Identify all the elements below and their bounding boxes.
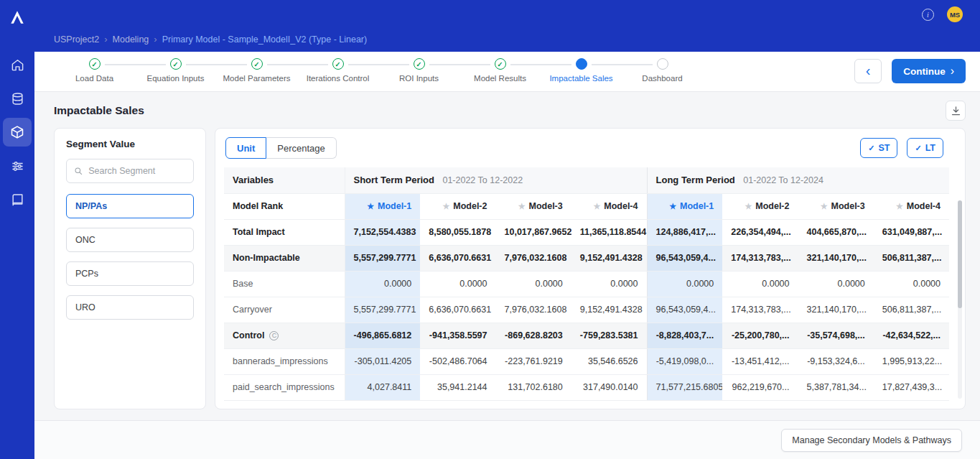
sidebar-item-data[interactable]	[3, 84, 32, 113]
value-cell: -223,761.9219	[496, 348, 571, 374]
sliders-icon	[11, 159, 24, 173]
sidebar-nav	[0, 50, 34, 214]
step-equation-inputs[interactable]: ✓Equation Inputs	[135, 58, 216, 83]
value-cell: 131,702.6180	[496, 374, 571, 400]
value-cell: 0.0000	[798, 271, 874, 297]
step-roi-inputs[interactable]: ✓ROI Inputs	[378, 58, 459, 83]
stepper-steps: ✓Load Data✓Equation Inputs✓Model Paramet…	[54, 52, 980, 83]
row-label: Non-Impactable	[224, 245, 345, 271]
step-iterations-control[interactable]: ✓Iterations Control	[297, 58, 378, 83]
step-state-icon: ✓	[332, 58, 344, 70]
step-label: Dashboard	[642, 74, 682, 83]
model-rank-cell-model-4[interactable]: ★Model-4	[874, 193, 949, 219]
info-icon[interactable]: i	[922, 9, 934, 21]
value-cell: -13,451,412,...	[722, 348, 798, 374]
value-cell: 0.0000	[874, 271, 949, 297]
search-icon	[74, 166, 83, 176]
value-cell: 631,049,887,...	[874, 219, 949, 245]
value-cell: -305,011.4205	[345, 348, 420, 374]
model-rank-cell-model-2[interactable]: ★Model-2	[722, 193, 798, 219]
value-cell: 0.0000	[647, 271, 722, 297]
database-icon	[11, 92, 24, 106]
segment-item-onc[interactable]: ONC	[66, 228, 194, 252]
model-rank-cell-model-4[interactable]: ★Model-4	[571, 193, 647, 219]
breadcrumb-item-modeling[interactable]: Modeling	[113, 34, 149, 45]
avatar[interactable]: MS	[947, 6, 963, 22]
step-load-data[interactable]: ✓Load Data	[54, 58, 135, 83]
value-cell: 321,140,170,...	[798, 297, 874, 323]
app-logo-icon[interactable]	[7, 7, 27, 27]
value-cell: 6,636,070.6631	[420, 245, 495, 271]
continue-button[interactable]: Continue ›	[892, 59, 966, 83]
segment-search	[66, 159, 194, 183]
download-icon	[951, 106, 961, 116]
model-rank-cell-model-2[interactable]: ★Model-2	[420, 193, 495, 219]
breadcrumb-item-usproject2[interactable]: USProject2	[54, 34, 99, 45]
sidebar-item-modeling[interactable]	[3, 118, 32, 147]
value-cell: 0.0000	[722, 271, 798, 297]
unit-toggle-button[interactable]: Unit	[225, 137, 266, 159]
model-rank-row: Model Rank★Model-1★Model-2★Model-3★Model…	[224, 193, 949, 219]
percentage-toggle-button[interactable]: Percentage	[266, 137, 337, 159]
value-cell: 174,313,783,...	[722, 297, 798, 323]
star-icon[interactable]: ★	[669, 202, 676, 210]
star-icon[interactable]: ★	[593, 202, 600, 210]
short-term-group-header: Short Term Period 01-2022 To 12-2022	[345, 167, 647, 193]
download-button[interactable]	[946, 101, 966, 121]
value-cell: -35,574,698,...	[798, 323, 874, 348]
stepper-actions: ‹ Continue ›	[854, 59, 966, 83]
model-rank-cell-model-1[interactable]: ★Model-1	[345, 193, 420, 219]
content-layout: Segment Value NP/PAsONCPCPsURO Unit Perc…	[54, 128, 966, 409]
step-state-icon: ✓	[89, 58, 101, 70]
scrollbar-thumb[interactable]	[958, 200, 962, 308]
segment-item-uro[interactable]: URO	[66, 295, 194, 320]
lt-toggle-button[interactable]: ✓ LT	[907, 138, 943, 158]
value-cell: 124,886,417,...	[647, 219, 722, 245]
model-rank-cell-model-3[interactable]: ★Model-3	[496, 193, 571, 219]
model-rank-cell-model-3[interactable]: ★Model-3	[798, 193, 874, 219]
chevron-right-icon: ›	[951, 65, 954, 78]
segment-search-input[interactable]	[88, 166, 186, 176]
segment-item-pcps[interactable]: PCPs	[66, 261, 194, 286]
star-icon[interactable]: ★	[367, 202, 374, 210]
value-cell: 506,811,387,...	[874, 297, 949, 323]
breadcrumb: USProject2›Modeling›Primary Model - Samp…	[54, 34, 367, 45]
st-toggle-button[interactable]: ✓ ST	[860, 138, 897, 158]
step-model-results[interactable]: ✓Model Results	[459, 58, 541, 83]
star-icon[interactable]: ★	[821, 202, 828, 210]
continue-label: Continue	[903, 66, 946, 77]
sidebar-item-home[interactable]	[3, 50, 32, 79]
star-icon[interactable]: ★	[745, 202, 752, 210]
value-cell: 962,219,670...	[722, 374, 798, 400]
short-term-range: 01-2022 To 12-2022	[442, 175, 523, 185]
star-icon[interactable]: ★	[518, 202, 526, 210]
breadcrumb-separator-icon: ›	[104, 34, 107, 45]
control-info-icon[interactable]: C	[269, 331, 279, 340]
manage-secondary-models-button[interactable]: Manage Secondary Models & Pathways	[781, 429, 962, 452]
star-icon[interactable]: ★	[896, 202, 903, 210]
model-rank-cell-model-1[interactable]: ★Model-1	[647, 193, 722, 219]
value-cell: -42,634,522,...	[874, 323, 949, 348]
step-label: Model Results	[474, 74, 526, 83]
table-row-carryover: Carryover5,557,299.77716,636,070.66317,9…	[224, 297, 949, 323]
value-cell: 17,827,439,3...	[874, 374, 949, 400]
table-row-paid-search-impressions: paid_search_impressions4,027.841135,941.…	[224, 374, 949, 400]
value-cell: 8,580,055.1878	[420, 219, 495, 245]
value-cell: 96,543,059,4...	[647, 245, 722, 271]
step-model-parameters[interactable]: ✓Model Parameters	[216, 58, 297, 83]
back-button[interactable]: ‹	[854, 59, 882, 83]
sidebar-item-docs[interactable]	[3, 185, 32, 214]
table-row-total-impact: Total Impact7,152,554.43838,580,055.1878…	[224, 219, 949, 245]
table-scrollbar[interactable]	[958, 200, 962, 399]
step-dashboard[interactable]: Dashboard	[622, 58, 703, 83]
step-state-icon: ✓	[170, 58, 182, 70]
value-cell: 317,490.0140	[571, 374, 647, 400]
value-cell: 1,995,913,22...	[874, 348, 949, 374]
step-impactable-sales[interactable]: Impactable Sales	[541, 58, 622, 83]
value-cell: 321,140,170,...	[798, 245, 874, 271]
cube-icon	[10, 125, 24, 139]
star-icon[interactable]: ★	[442, 202, 449, 210]
breadcrumb-current[interactable]: Primary Model - Sample_ModelI_V2 (Type -…	[162, 34, 368, 45]
sidebar-item-settings[interactable]	[3, 152, 32, 180]
segment-item-np-pas[interactable]: NP/PAs	[66, 194, 194, 218]
